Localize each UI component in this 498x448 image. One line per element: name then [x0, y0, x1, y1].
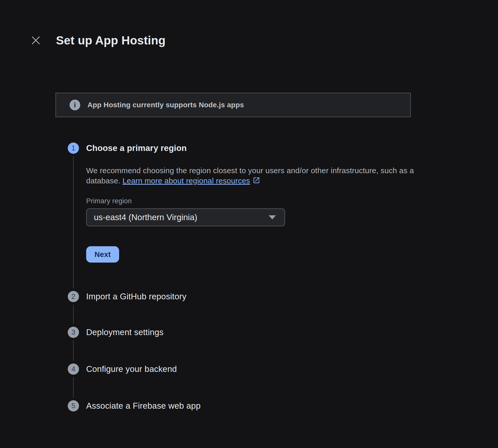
open-in-new-icon: [253, 176, 260, 187]
primary-region-value: us-east4 (Northern Virginia): [94, 213, 269, 222]
step-1-title: Choose a primary region: [86, 143, 187, 154]
step-3-circle: 3: [68, 327, 79, 338]
chevron-down-icon: [269, 215, 276, 219]
info-banner: i App Hosting currently supports Node.js…: [55, 93, 411, 117]
connector-4-5: [73, 377, 74, 398]
step-5-title: Associate a Firebase web app: [86, 400, 201, 411]
connector-2-3: [73, 305, 74, 324]
connector-3-4: [73, 340, 74, 361]
step-4-title: Configure your backend: [86, 363, 177, 375]
banner-text: App Hosting currently supports Node.js a…: [87, 101, 244, 109]
step-1-description: We recommend choosing the region closest…: [86, 166, 414, 187]
info-icon: i: [70, 100, 80, 110]
step-3-title: Deployment settings: [86, 327, 164, 338]
connector-1-2: [73, 156, 74, 288]
step-2-circle: 2: [68, 291, 79, 302]
close-button[interactable]: [29, 34, 43, 48]
step-1-circle: 1: [68, 143, 79, 154]
close-icon: [31, 36, 41, 46]
description-line-1: We recommend choosing the region closest…: [86, 166, 414, 175]
primary-region-select[interactable]: us-east4 (Northern Virginia): [86, 208, 285, 226]
page-title: Set up App Hosting: [56, 32, 166, 49]
primary-region-label: Primary region: [86, 197, 132, 205]
next-button[interactable]: Next: [86, 246, 119, 263]
step-4-circle: 4: [68, 363, 79, 375]
description-line-2: database.: [86, 176, 122, 185]
learn-more-link[interactable]: Learn more about regional resources: [122, 176, 250, 185]
step-5-circle: 5: [68, 400, 79, 411]
step-2-title: Import a GitHub repository: [86, 291, 186, 302]
